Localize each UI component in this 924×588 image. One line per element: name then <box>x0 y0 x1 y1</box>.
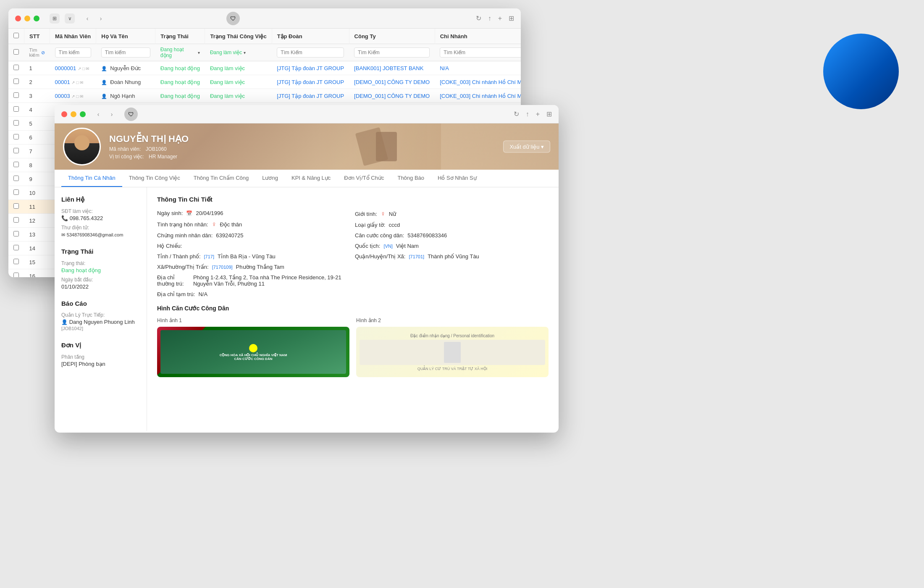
col-chi-nhanh[interactable]: Chi Nhánh <box>435 29 521 44</box>
col-trang-thai-cong-viec[interactable]: Trạng Thái Công Việc <box>205 29 272 44</box>
employee-id-link[interactable]: 00003 <box>55 93 70 99</box>
row-checkbox[interactable] <box>13 106 19 112</box>
col-trang-thai[interactable]: Trạng Thái <box>155 29 205 44</box>
row-checkbox[interactable] <box>13 120 19 126</box>
row-checkbox[interactable] <box>13 92 19 98</box>
vi-tri-label: Vị trí công việc: <box>109 154 144 160</box>
tap-doan-link[interactable]: [JTG] Tập đoàn JT GROUP <box>277 93 344 99</box>
row-chi-nhanh: [COKE_003] Chi nhánh Hồ Chí Minh <box>435 89 521 103</box>
ten-search-input[interactable] <box>101 47 150 58</box>
profile-nav-forward-button[interactable]: › <box>106 108 118 120</box>
dia-chi-thuong-label: Địa chỉ thường trú: <box>157 274 190 287</box>
trang-thai-dropdown-arrow[interactable]: ▾ <box>198 50 200 55</box>
sidebar-toggle-button[interactable]: ⊞ <box>50 13 60 24</box>
export-button[interactable]: Xuất dữ liệu ▾ <box>503 141 550 153</box>
col-cong-ty[interactable]: Công Ty <box>349 29 435 44</box>
ho-chieu-row: Hộ Chiếu: <box>157 243 351 249</box>
manager-name[interactable]: Dang Nguyen Phuong Linh <box>69 319 135 325</box>
profile-minimize-button[interactable] <box>71 111 76 117</box>
col-ho-va-ten[interactable]: Họ Và Tên <box>96 29 155 44</box>
chevron-down-button[interactable]: ∨ <box>65 13 75 24</box>
cong-viec-value: Đang làm việc <box>210 50 242 55</box>
filter-icon[interactable]: ⊘ <box>41 50 45 55</box>
row-checkbox[interactable] <box>13 176 19 181</box>
row-checkbox[interactable] <box>13 203 19 209</box>
row-checkbox[interactable] <box>13 273 19 277</box>
select-all-checkbox[interactable] <box>13 33 19 38</box>
table-row[interactable]: 2 00001 ↗ □ ✉ 👤 Đoàn Nhung Đang hoạt độn… <box>8 75 521 89</box>
tab-don-vi-to-chuc[interactable]: Đơn Vị/Tổ Chức <box>337 170 391 187</box>
tab-thong-tin-cham-cong[interactable]: Thông Tin Chấm Công <box>187 170 256 187</box>
tap-doan-link[interactable]: [JTG] Tập đoàn JT GROUP <box>277 65 344 71</box>
tab-luong[interactable]: Lương <box>255 170 285 187</box>
profile-close-button[interactable] <box>61 111 67 117</box>
email-value: ✉ 534876908346@gmail.com <box>61 231 140 238</box>
employee-id-link[interactable]: 00001 <box>55 79 70 85</box>
row-checkbox[interactable] <box>13 134 19 139</box>
row-checkbox[interactable] <box>13 79 19 84</box>
tab-thong-tin-cong-viec[interactable]: Thông Tin Công Việc <box>122 170 187 187</box>
nav-back-button[interactable]: ‹ <box>81 13 93 24</box>
row-checkbox[interactable] <box>13 148 19 153</box>
nav-forward-button[interactable]: › <box>95 13 107 24</box>
profile-add-tab-icon[interactable]: + <box>536 110 540 118</box>
close-button[interactable] <box>15 16 21 21</box>
row-checkbox[interactable] <box>13 189 19 195</box>
phone-icon: 📞 <box>61 215 68 221</box>
tab-thong-bao[interactable]: Thông Báo <box>391 170 431 187</box>
row-checkbox-cell <box>8 172 24 186</box>
employee-id-link[interactable]: 0000001 <box>55 65 76 71</box>
loai-giay-value: cccd <box>388 222 400 228</box>
minimize-button[interactable] <box>24 16 30 21</box>
cong-ty-link[interactable]: [BANK001] JOBTEST BANK <box>354 65 423 71</box>
share-icon[interactable]: ↑ <box>488 15 491 22</box>
row-checkbox-cell <box>8 131 24 144</box>
profile-nav-back-button[interactable]: ‹ <box>92 108 104 120</box>
table-row[interactable]: 3 00003 ↗ □ ✉ 👤 Ngô Hạnh Đang hoạt động … <box>8 89 521 103</box>
profile-maximize-button[interactable] <box>80 111 86 117</box>
grid-icon[interactable]: ⊞ <box>509 14 514 22</box>
tab-ho-so-nhan-su[interactable]: Hồ Sơ Nhân Sự <box>431 170 483 187</box>
tab-thong-tin-ca-nhan[interactable]: Thông Tin Cá Nhân <box>61 170 122 187</box>
row-ten: 👤 Nguyễn Đức <box>96 61 155 75</box>
profile-reload-icon[interactable]: ↻ <box>514 110 519 118</box>
row-cong-viec: Đang làm việc <box>205 61 272 75</box>
chi-nhanh-search-input[interactable] <box>440 47 521 58</box>
col-tap-doan[interactable]: Tập Đoàn <box>272 29 349 44</box>
row-checkbox[interactable] <box>13 217 19 223</box>
id-images: Hình ảnh 1 CỘNG HÒA XÃ HỘI CHỦ NGHĨA VIỆ… <box>157 318 549 377</box>
chi-nhanh-link[interactable]: [COKE_003] Chi nhánh Hồ Chí Minh <box>440 93 521 99</box>
row-tap-doan: [JTG] Tập đoàn JT GROUP <box>272 75 349 89</box>
cong-ty-link[interactable]: [DEMO_001] CÔNG TY DEMO <box>354 93 430 99</box>
table-row[interactable]: 1 0000001 ↗ □ ✉ 👤 Nguyễn Đức Đang hoạt đ… <box>8 61 521 75</box>
row-checkbox[interactable] <box>13 245 19 250</box>
ma-search-input[interactable] <box>55 47 91 58</box>
row-checkbox[interactable] <box>13 231 19 236</box>
add-tab-icon[interactable]: + <box>498 15 502 22</box>
search-row-checkbox[interactable] <box>13 49 19 55</box>
id-back-text: QUẢN LÝ CƯ TRÚ VÀ TRẬT TỰ XÃ HỘI <box>360 367 545 371</box>
row-ten: 👤 Ngô Hạnh <box>96 89 155 103</box>
row-stt: 11 <box>24 200 50 214</box>
cong-ty-link[interactable]: [DEMO_001] CÔNG TY DEMO <box>354 79 430 85</box>
tap-doan-search-input[interactable] <box>277 47 344 58</box>
ma-nhan-vien-label: Mã nhân viên: <box>109 146 141 152</box>
shield-icon: 🛡 <box>226 12 240 25</box>
row-chi-nhanh: N/A <box>435 61 521 75</box>
cong-viec-dropdown-arrow[interactable]: ▾ <box>244 50 246 55</box>
chi-nhanh-link[interactable]: [COKE_003] Chi nhánh Hồ Chí Minh <box>440 79 521 85</box>
row-checkbox[interactable] <box>13 65 19 70</box>
tab-kpi-nang-luc[interactable]: KPI & Năng Lực <box>285 170 337 187</box>
row-checkbox[interactable] <box>13 259 19 264</box>
tap-doan-link[interactable]: [JTG] Tập đoàn JT GROUP <box>277 79 344 85</box>
row-checkbox[interactable] <box>13 162 19 167</box>
table-header-row: STT Mã Nhân Viên Họ Và Tên Trạng Thái Tr… <box>8 29 521 44</box>
cong-ty-search-input[interactable] <box>354 47 430 58</box>
quan-value: Thành phố Vũng Tàu <box>428 253 479 260</box>
chi-nhanh-link[interactable]: N/A <box>440 65 449 71</box>
reload-icon[interactable]: ↻ <box>476 14 481 22</box>
profile-grid-icon[interactable]: ⊞ <box>546 110 552 118</box>
maximize-button[interactable] <box>34 16 39 21</box>
profile-share-icon[interactable]: ↑ <box>526 110 529 118</box>
col-ma-nhan-vien[interactable]: Mã Nhân Viên <box>50 29 96 44</box>
